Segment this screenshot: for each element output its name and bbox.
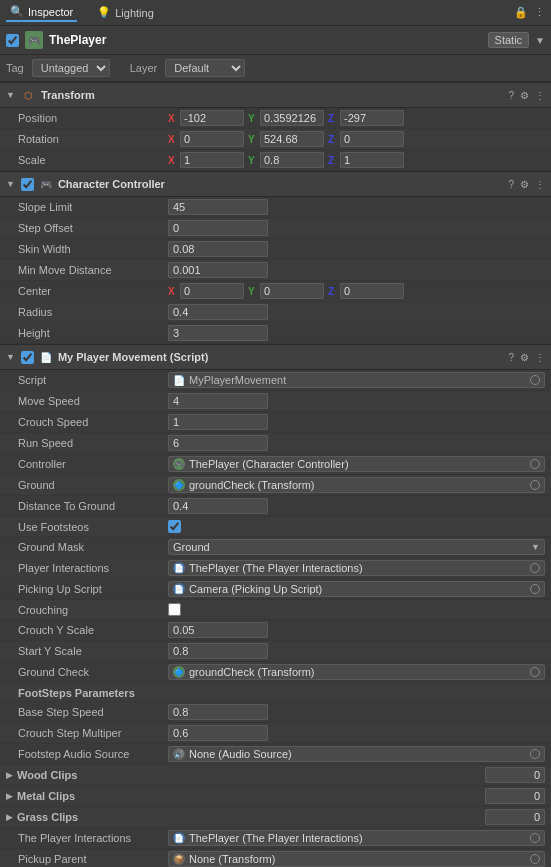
wood-clips-row[interactable]: ▶ Wood Clips 0 xyxy=(0,765,551,786)
pm-section-header[interactable]: ▼ 📄 My Player Movement (Script) ? ⚙ ⋮ xyxy=(0,344,551,370)
the-player-interactions-value: 📄 ThePlayer (The Player Interactions) xyxy=(168,830,545,846)
crouch-y-scale-input[interactable] xyxy=(168,622,268,638)
height-input[interactable] xyxy=(168,325,268,341)
transform-actions: ? ⚙ ⋮ xyxy=(508,90,545,101)
crouch-step-multiper-label: Crouch Step Multiper xyxy=(18,727,168,739)
move-speed-label: Move Speed xyxy=(18,395,168,407)
center-label: Center xyxy=(18,285,168,297)
script-row: Script 📄 MyPlayerMovement xyxy=(0,370,551,391)
cc-settings-icon[interactable]: ⚙ xyxy=(520,179,529,190)
position-z-input[interactable] xyxy=(340,110,404,126)
crouch-speed-input[interactable] xyxy=(168,414,268,430)
position-x-input[interactable] xyxy=(180,110,244,126)
player-interactions-ref[interactable]: 📄 ThePlayer (The Player Interactions) xyxy=(168,560,545,576)
layer-select[interactable]: Default xyxy=(165,59,245,77)
tab-inspector[interactable]: 🔍 Inspector xyxy=(6,3,77,22)
pm-more-icon[interactable]: ⋮ xyxy=(535,352,545,363)
object-active-checkbox[interactable] xyxy=(6,34,19,47)
cc-more-icon[interactable]: ⋮ xyxy=(535,179,545,190)
scale-z-input[interactable] xyxy=(340,152,404,168)
ground-check-icon: 🔷 xyxy=(173,666,185,678)
min-move-label: Min Move Distance xyxy=(18,264,168,276)
lock-icon[interactable]: 🔒 xyxy=(514,6,528,19)
cy-label: Y xyxy=(248,286,258,297)
radius-input[interactable] xyxy=(168,304,268,320)
pickup-parent-circle-icon[interactable] xyxy=(530,854,540,864)
rotation-y-input[interactable] xyxy=(260,131,324,147)
script-file-icon: 📄 xyxy=(173,375,185,386)
script-circle-icon[interactable] xyxy=(530,375,540,385)
tag-select[interactable]: Untagged xyxy=(32,59,110,77)
transform-more-icon[interactable]: ⋮ xyxy=(535,90,545,101)
static-dropdown-arrow[interactable]: ▼ xyxy=(535,35,545,46)
center-z-input[interactable] xyxy=(340,283,404,299)
scale-y-field: Y xyxy=(248,152,324,168)
crouch-y-scale-row: Crouch Y Scale xyxy=(0,620,551,641)
the-player-interactions-ref[interactable]: 📄 ThePlayer (The Player Interactions) xyxy=(168,830,545,846)
picking-up-script-label: Picking Up Script xyxy=(18,583,168,595)
controller-ref[interactable]: 🎮 ThePlayer (Character Controller) xyxy=(168,456,545,472)
footstep-audio-source-circle-icon[interactable] xyxy=(530,749,540,759)
controller-ref-label: ThePlayer (Character Controller) xyxy=(189,458,349,470)
slope-limit-input[interactable] xyxy=(168,199,268,215)
ground-circle-icon[interactable] xyxy=(530,480,540,490)
crouch-step-multiper-input[interactable] xyxy=(168,725,268,741)
scale-x-input[interactable] xyxy=(180,152,244,168)
move-speed-input[interactable] xyxy=(168,393,268,409)
use-footsteos-checkbox[interactable] xyxy=(168,520,181,533)
min-move-input[interactable] xyxy=(168,262,268,278)
pickup-parent-ref[interactable]: 📦 None (Transform) xyxy=(168,851,545,867)
metal-clips-row[interactable]: ▶ Metal Clips 0 xyxy=(0,786,551,807)
cc-enabled-checkbox[interactable] xyxy=(21,178,34,191)
controller-circle-icon[interactable] xyxy=(530,459,540,469)
crouching-label: Crouching xyxy=(18,604,168,616)
cc-help-icon[interactable]: ? xyxy=(508,179,514,190)
controller-icon: 🎮 xyxy=(173,458,185,470)
skin-width-input[interactable] xyxy=(168,241,268,257)
pickup-parent-ref-label: None (Transform) xyxy=(189,853,275,865)
scale-y-input[interactable] xyxy=(260,152,324,168)
script-ref[interactable]: 📄 MyPlayerMovement xyxy=(168,372,545,388)
skin-width-value xyxy=(168,241,545,257)
base-step-speed-input[interactable] xyxy=(168,704,268,720)
crouching-row: Crouching xyxy=(0,600,551,620)
crouch-speed-value xyxy=(168,414,545,430)
pm-enabled-checkbox[interactable] xyxy=(21,351,34,364)
distance-to-ground-label: Distance To Ground xyxy=(18,500,168,512)
cc-section-header[interactable]: ▼ 🎮 Character Controller ? ⚙ ⋮ xyxy=(0,171,551,197)
ground-ref[interactable]: 🔷 groundCheck (Transform) xyxy=(168,477,545,493)
tag-label: Tag xyxy=(6,62,24,74)
ground-mask-dropdown[interactable]: Ground ▼ xyxy=(168,539,545,555)
rotation-z-input[interactable] xyxy=(340,131,404,147)
rotation-x-input[interactable] xyxy=(180,131,244,147)
cc-arrow: ▼ xyxy=(6,179,15,189)
ground-value: 🔷 groundCheck (Transform) xyxy=(168,477,545,493)
step-offset-input[interactable] xyxy=(168,220,268,236)
scale-value: X Y Z xyxy=(168,152,545,168)
footstep-audio-source-ref[interactable]: 🔊 None (Audio Source) xyxy=(168,746,545,762)
distance-to-ground-input[interactable] xyxy=(168,498,268,514)
static-button[interactable]: Static xyxy=(488,32,530,48)
pm-help-icon[interactable]: ? xyxy=(508,352,514,363)
footstep-audio-source-icon: 🔊 xyxy=(173,748,185,760)
crouching-checkbox[interactable] xyxy=(168,603,181,616)
transform-help-icon[interactable]: ? xyxy=(508,90,514,101)
picking-up-script-circle-icon[interactable] xyxy=(530,584,540,594)
move-speed-row: Move Speed xyxy=(0,391,551,412)
the-player-interactions-circle-icon[interactable] xyxy=(530,833,540,843)
grass-clips-row[interactable]: ▶ Grass Clips 0 xyxy=(0,807,551,828)
more-icon[interactable]: ⋮ xyxy=(534,6,545,19)
player-interactions-circle-icon[interactable] xyxy=(530,563,540,573)
position-y-input[interactable] xyxy=(260,110,324,126)
center-x-input[interactable] xyxy=(180,283,244,299)
start-y-scale-input[interactable] xyxy=(168,643,268,659)
transform-settings-icon[interactable]: ⚙ xyxy=(520,90,529,101)
ground-check-ref[interactable]: 🔷 groundCheck (Transform) xyxy=(168,664,545,680)
picking-up-script-ref[interactable]: 📄 Camera (Picking Up Script) xyxy=(168,581,545,597)
pm-settings-icon[interactable]: ⚙ xyxy=(520,352,529,363)
tab-lighting[interactable]: 💡 Lighting xyxy=(93,4,158,21)
transform-section-header[interactable]: ▼ ⬡ Transform ? ⚙ ⋮ xyxy=(0,82,551,108)
ground-check-circle-icon[interactable] xyxy=(530,667,540,677)
center-y-input[interactable] xyxy=(260,283,324,299)
run-speed-input[interactable] xyxy=(168,435,268,451)
